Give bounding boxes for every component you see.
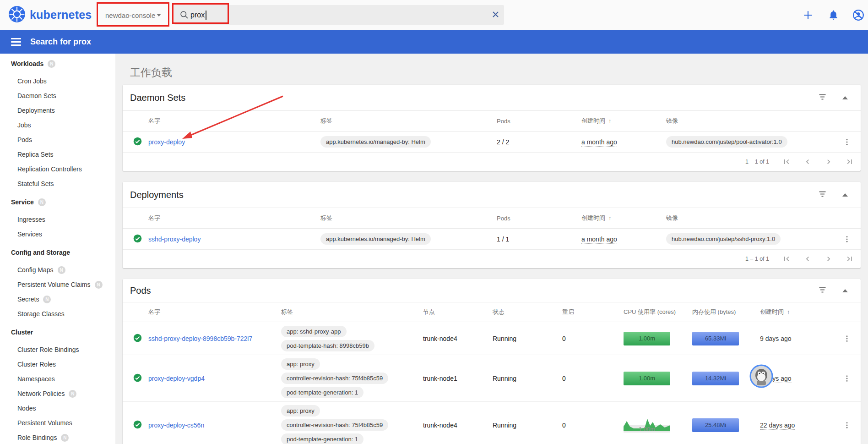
memory-usage-bar: 25.48Mi bbox=[692, 418, 739, 432]
next-page-icon[interactable] bbox=[824, 157, 833, 166]
logout-button[interactable] bbox=[852, 9, 864, 21]
column-memory[interactable]: 内存使用 (bytes) bbox=[687, 308, 755, 316]
row-actions-button[interactable] bbox=[833, 334, 861, 343]
daemonset-link[interactable]: proxy-deploy bbox=[148, 138, 185, 146]
paginator: 1 – 1 of 1 bbox=[123, 250, 861, 268]
deployments-card: Deployments 名字 标签 Pods 创建时间↑ 镜像 sshd-pro… bbox=[123, 182, 861, 268]
kubernetes-wheel-icon bbox=[8, 5, 26, 25]
last-page-icon[interactable] bbox=[845, 157, 854, 166]
pod-link[interactable]: proxy-deploy-cs56n bbox=[148, 422, 204, 429]
row-actions-button[interactable] bbox=[833, 138, 861, 146]
filter-icon[interactable] bbox=[818, 286, 827, 296]
pod-node: trunk-node1 bbox=[423, 375, 493, 382]
column-cpu[interactable]: CPU 使用率 (cores) bbox=[618, 308, 687, 316]
column-labels[interactable]: 标签 bbox=[320, 214, 497, 222]
sidebar-item-secrets[interactable]: SecretsN bbox=[0, 292, 115, 307]
column-created[interactable]: 创建时间↑ bbox=[581, 117, 666, 125]
collapse-icon[interactable] bbox=[842, 289, 848, 292]
bell-icon bbox=[828, 15, 839, 22]
deployment-link[interactable]: sshd-proxy-deploy bbox=[148, 236, 201, 243]
pods-count: 1 / 1 bbox=[497, 236, 581, 243]
pod-link[interactable]: sshd-proxy-deploy-8998cb59b-722l7 bbox=[148, 335, 252, 342]
sidebar-item-role-bindings[interactable]: Role BindingsN bbox=[0, 430, 115, 444]
created-age: a month ago bbox=[581, 236, 617, 244]
sort-ascending-icon: ↑ bbox=[608, 117, 612, 124]
page-context-title: Search for prox bbox=[30, 37, 91, 47]
sidebar-item-daemon-sets[interactable]: Daemon Sets bbox=[0, 88, 115, 103]
column-restarts[interactable]: 重启 bbox=[562, 308, 618, 316]
status-ok-icon bbox=[123, 137, 148, 148]
table-row: sshd-proxy-deploy-8998cb59b-722l7 app: s… bbox=[123, 322, 861, 355]
label-chip: app.kubernetes.io/managed-by: Helm bbox=[320, 136, 431, 148]
next-page-icon[interactable] bbox=[824, 254, 833, 263]
column-node[interactable]: 节点 bbox=[423, 308, 493, 316]
kubernetes-logo[interactable]: kubernetes bbox=[8, 5, 92, 25]
column-images[interactable]: 镜像 bbox=[666, 214, 833, 222]
sidebar-item-config-maps[interactable]: Config MapsN bbox=[0, 263, 115, 277]
clear-search-button[interactable] bbox=[492, 11, 499, 20]
column-pods[interactable]: Pods bbox=[497, 215, 581, 222]
sidebar-item-persistent-volumes[interactable]: Persistent Volumes bbox=[0, 416, 115, 430]
first-page-icon[interactable] bbox=[782, 157, 791, 166]
sort-ascending-icon: ↑ bbox=[608, 214, 612, 221]
row-actions-button[interactable] bbox=[833, 421, 861, 429]
paginator: 1 – 1 of 1 bbox=[123, 153, 861, 171]
sidebar-item-cluster[interactable]: Cluster bbox=[0, 325, 115, 340]
user-slash-icon bbox=[852, 16, 864, 22]
sidebar-item-stateful-sets[interactable]: Stateful Sets bbox=[0, 176, 115, 191]
last-page-icon[interactable] bbox=[845, 254, 854, 263]
previous-page-icon[interactable] bbox=[803, 157, 812, 166]
pod-restarts: 0 bbox=[562, 335, 618, 342]
sidebar-item-ingresses[interactable]: Ingresses bbox=[0, 212, 115, 227]
filter-icon[interactable] bbox=[818, 93, 827, 103]
pod-node: trunk-node4 bbox=[423, 422, 493, 429]
column-pods[interactable]: Pods bbox=[497, 118, 581, 125]
column-created[interactable]: 创建时间↑ bbox=[755, 308, 833, 316]
row-actions-button[interactable] bbox=[833, 374, 861, 383]
column-name[interactable]: 名字 bbox=[148, 308, 281, 316]
sidebar-item-storage-classes[interactable]: Storage Classes bbox=[0, 307, 115, 321]
search-input[interactable]: prox bbox=[174, 5, 504, 25]
sidebar-item-cluster-roles[interactable]: Cluster Roles bbox=[0, 357, 115, 372]
column-name[interactable]: 名字 bbox=[148, 117, 320, 125]
column-status[interactable]: 状态 bbox=[493, 308, 562, 316]
sidebar-item-workloads[interactable]: WorkloadsN bbox=[0, 56, 115, 71]
sidebar-item-replication-controllers[interactable]: Replication Controllers bbox=[0, 162, 115, 176]
daemon-sets-header-row: 名字 标签 Pods 创建时间↑ 镜像 bbox=[123, 110, 861, 132]
column-name[interactable]: 名字 bbox=[148, 214, 320, 222]
cpu-usage-bar: 1.00m bbox=[624, 372, 670, 385]
sidebar-item-namespaces[interactable]: Namespaces bbox=[0, 372, 115, 386]
column-images[interactable]: 镜像 bbox=[666, 117, 833, 125]
sidebar-item-cluster-role-bindings[interactable]: Cluster Role Bindings bbox=[0, 342, 115, 357]
pod-link[interactable]: proxy-deploy-vgdp4 bbox=[148, 375, 205, 382]
column-created[interactable]: 创建时间↑ bbox=[581, 214, 666, 222]
create-button[interactable] bbox=[802, 9, 814, 21]
logo-text: kubernetes bbox=[30, 8, 92, 22]
filter-icon[interactable] bbox=[818, 190, 827, 200]
sidebar-item-config-and-storage[interactable]: Config and Storage bbox=[0, 245, 115, 260]
sidebar-item-jobs[interactable]: Jobs bbox=[0, 118, 115, 132]
collapse-icon[interactable] bbox=[842, 193, 848, 197]
sidebar-item-nodes[interactable]: Nodes bbox=[0, 401, 115, 416]
sidebar-item-service[interactable]: ServiceN bbox=[0, 195, 115, 209]
label-chip: controller-revision-hash: 75f4b85c59 bbox=[281, 373, 388, 384]
plus-icon bbox=[802, 16, 814, 22]
memory-usage-bar: 14.32Mi bbox=[692, 372, 739, 385]
collapse-icon[interactable] bbox=[842, 96, 848, 99]
sidebar-item-replica-sets[interactable]: Replica Sets bbox=[0, 147, 115, 162]
sidebar-item-persistent-volume-claims[interactable]: Persistent Volume ClaimsN bbox=[0, 277, 115, 292]
sidebar-item-pods[interactable]: Pods bbox=[0, 132, 115, 147]
previous-page-icon[interactable] bbox=[803, 254, 812, 263]
deployments-title: Deployments bbox=[130, 190, 184, 200]
namespace-selector[interactable]: newdao-console bbox=[102, 6, 165, 24]
row-actions-button[interactable] bbox=[833, 235, 861, 243]
sidebar-item-network-policies[interactable]: Network PoliciesN bbox=[0, 386, 115, 401]
column-labels[interactable]: 标签 bbox=[320, 117, 497, 125]
sidebar-item-deployments[interactable]: Deployments bbox=[0, 103, 115, 118]
notifications-button[interactable] bbox=[827, 9, 839, 21]
menu-icon[interactable] bbox=[11, 38, 21, 46]
first-page-icon[interactable] bbox=[782, 254, 791, 263]
sidebar-item-cron-jobs[interactable]: Cron Jobs bbox=[0, 74, 115, 88]
sidebar-item-services[interactable]: Services bbox=[0, 227, 115, 241]
column-labels[interactable]: 标签 bbox=[281, 308, 423, 316]
